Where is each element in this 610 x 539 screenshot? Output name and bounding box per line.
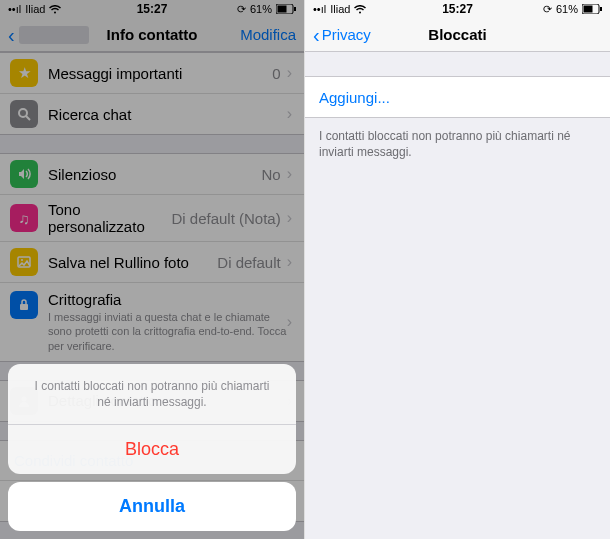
action-sheet: I contatti bloccati non potranno più chi… <box>8 364 296 531</box>
contact-info-screen: ••ıl Iliad 15:27 ⟳ 61% ‹ Info contatto <box>0 0 305 539</box>
status-bar: ••ıl Iliad 15:27 ⟳ 61% <box>305 0 610 18</box>
blocked-list-screen: ••ıl Iliad 15:27 ⟳ 61% ‹ Privacy Bloccat… <box>305 0 610 539</box>
nav-bar: ‹ Privacy Bloccati <box>305 18 610 52</box>
sheet-message: I contatti bloccati non potranno più chi… <box>8 364 296 425</box>
page-title: Bloccati <box>305 26 610 43</box>
footer-note: I contatti bloccati non potranno più chi… <box>305 118 610 160</box>
cancel-button[interactable]: Annulla <box>8 482 296 531</box>
block-button[interactable]: Blocca <box>8 425 296 474</box>
clock: 15:27 <box>305 2 610 16</box>
row-label: Aggiungi... <box>319 89 598 106</box>
add-contact-button[interactable]: Aggiungi... <box>305 77 610 117</box>
